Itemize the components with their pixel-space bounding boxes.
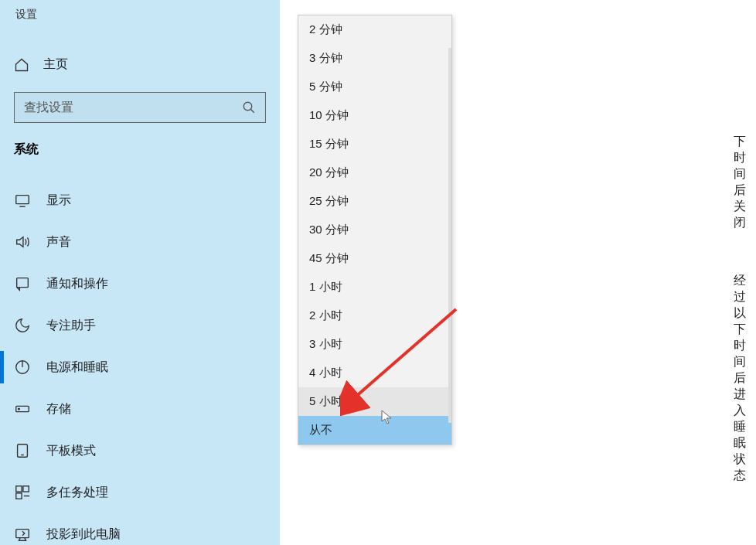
dropdown-option[interactable]: 2 分钟: [298, 15, 451, 44]
search-box[interactable]: [14, 92, 266, 123]
storage-icon: [14, 400, 31, 417]
project-icon: [14, 526, 31, 543]
svg-rect-13: [16, 493, 22, 499]
dropdown-option[interactable]: 10 分钟: [298, 101, 451, 130]
svg-rect-2: [16, 196, 29, 204]
svg-point-0: [243, 102, 252, 111]
nav-label: 电源和睡眠: [46, 359, 108, 376]
power-icon: [14, 359, 31, 376]
dropdown-option[interactable]: 25 分钟: [298, 187, 451, 216]
dropdown-option[interactable]: 3 小时: [298, 330, 451, 359]
display-icon: [14, 192, 31, 209]
home-label: 主页: [43, 56, 68, 73]
nav-item-sound[interactable]: 声音: [0, 221, 280, 263]
settings-sidebar: 设置 主页 系统 显示 声音: [0, 0, 280, 545]
svg-rect-4: [17, 278, 29, 288]
nav-item-tablet[interactable]: 平板模式: [0, 430, 280, 472]
tablet-icon: [14, 442, 31, 459]
dropdown-option[interactable]: 5 分钟: [298, 73, 451, 101]
dropdown-option[interactable]: 20 分钟: [298, 158, 451, 187]
dropdown-option[interactable]: 30 分钟: [298, 216, 451, 244]
focus-icon: [14, 317, 31, 334]
dropdown-scrollbar[interactable]: [448, 48, 451, 423]
dropdown-option-never[interactable]: 从不: [298, 416, 451, 445]
nav-label: 多任务处理: [46, 485, 108, 501]
home-icon: [14, 57, 29, 73]
svg-rect-12: [23, 486, 29, 492]
nav-label: 投影到此电脑: [46, 526, 121, 543]
nav-item-multitask[interactable]: 多任务处理: [0, 472, 280, 513]
nav-label: 专注助手: [46, 318, 96, 334]
nav-label: 平板模式: [46, 443, 96, 459]
nav-item-focus[interactable]: 专注助手: [0, 305, 280, 346]
dropdown-option[interactable]: 45 分钟: [298, 244, 451, 273]
svg-line-1: [250, 109, 254, 113]
section-label: 系统: [14, 141, 39, 158]
sound-icon: [14, 233, 31, 250]
svg-rect-15: [16, 530, 29, 538]
screen-off-hint: 下时间后关闭: [734, 134, 756, 231]
nav-label: 声音: [46, 234, 71, 250]
search-input[interactable]: [24, 100, 242, 114]
dropdown-option[interactable]: 1 小时: [298, 273, 451, 301]
dropdown-option[interactable]: 2 小时: [298, 301, 451, 330]
svg-point-8: [19, 408, 20, 410]
nav-list: 显示 声音 通知和操作 专注助手: [0, 179, 280, 545]
nav-item-display[interactable]: 显示: [0, 179, 280, 221]
settings-title: 设置: [15, 8, 37, 22]
dropdown-option[interactable]: 5 小时: [298, 387, 451, 416]
search-icon: [242, 100, 256, 114]
nav-label: 存储: [46, 401, 71, 417]
nav-item-storage[interactable]: 存储: [0, 388, 280, 430]
nav-label: 显示: [46, 192, 71, 209]
dropdown-option[interactable]: 3 分钟: [298, 44, 451, 73]
dropdown-option[interactable]: 15 分钟: [298, 130, 451, 158]
nav-item-notifications[interactable]: 通知和操作: [0, 263, 280, 305]
home-link[interactable]: 主页: [14, 56, 68, 73]
nav-item-project[interactable]: 投影到此电脑: [0, 513, 280, 545]
sleep-hint: 经过以下时间后进入睡眠状态: [734, 273, 756, 484]
dropdown-option[interactable]: 4 小时: [298, 359, 451, 387]
time-dropdown[interactable]: 2 分钟 3 分钟 5 分钟 10 分钟 15 分钟 20 分钟 25 分钟 3…: [298, 15, 452, 445]
multitask-icon: [14, 484, 31, 501]
notification-icon: [14, 275, 31, 292]
nav-item-power[interactable]: 电源和睡眠: [0, 346, 280, 388]
nav-label: 通知和操作: [46, 276, 108, 292]
svg-rect-11: [16, 486, 22, 492]
